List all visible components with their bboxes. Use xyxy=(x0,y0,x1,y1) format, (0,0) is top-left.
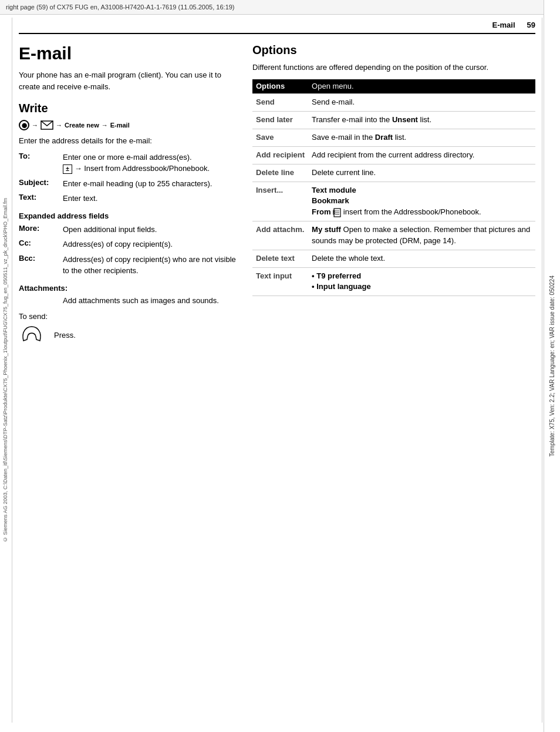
desc-delete-text: Delete the whole text. xyxy=(308,250,535,267)
term-desc-to: Enter one or more e-mail address(es). ± … xyxy=(63,152,236,174)
desc-add-attachm: My stuff Open to make a selection. Remem… xyxy=(308,221,535,250)
press-text: Press. xyxy=(54,331,76,340)
term-row-more: More: Open additional input fields. xyxy=(19,224,236,236)
term-row-bcc: Bcc: Address(es) of copy recipient(s) wh… xyxy=(19,254,236,277)
term-row-text: Text: Enter text. xyxy=(19,193,236,204)
table-row-send: Send Send e-mail. xyxy=(252,94,535,112)
page-header-num: 59 xyxy=(527,21,535,29)
envelope-icon xyxy=(41,120,53,130)
two-column-layout: E-mail Your phone has an e-mail program … xyxy=(19,43,535,345)
page-header: E-mail 59 xyxy=(19,15,535,34)
desc-add-recipient: Add recipient from the current address d… xyxy=(308,146,535,164)
to-send-section: To send: Press. xyxy=(19,312,236,345)
page-title: E-mail xyxy=(19,43,236,63)
main-term-list: To: Enter one or more e-mail address(es)… xyxy=(19,152,236,204)
term-row-to: To: Enter one or more e-mail address(es)… xyxy=(19,152,236,174)
attachments-desc: Add attachments such as images and sound… xyxy=(63,295,236,307)
term-insert: Insert... xyxy=(252,182,308,221)
left-sidebar: © Siemens AG 2003, C:\Daten_itl\Siemens\… xyxy=(0,18,11,723)
options-table-body: Options Open menu. Send Send e-mail. Sen… xyxy=(252,79,535,296)
term-row-subject: Subject: Enter e-mail heading (up to 255… xyxy=(19,178,236,190)
table-row-delete-text: Delete text Delete the whole text. xyxy=(252,250,535,267)
left-column: E-mail Your phone has an e-mail program … xyxy=(19,43,236,345)
table-row-add-attachm: Add attachm. My stuff Open to make a sel… xyxy=(252,221,535,250)
term-desc-more: Open additional input fields. xyxy=(63,224,236,236)
addressbook-icon: ± xyxy=(63,164,72,174)
table-row-send-later: Send later Transfer e-mail into the Unse… xyxy=(252,112,535,129)
header-bar: right page (59) of CX75 FUG en, A31008-H… xyxy=(0,0,560,15)
write-body-text: Enter the address details for the e-mail… xyxy=(19,135,236,147)
term-label-text: Text: xyxy=(19,193,63,202)
term-desc-subject: Enter e-mail heading (up to 255 characte… xyxy=(63,178,236,190)
from-label: From xyxy=(312,207,333,216)
term-add-recipient: Add recipient xyxy=(252,146,308,164)
page-header-title: E-mail xyxy=(492,21,515,29)
desc-delete-line: Delete current line. xyxy=(308,164,535,182)
term-desc-text: Enter text. xyxy=(63,193,236,204)
term-label-more: More: xyxy=(19,224,63,233)
left-sidebar-text: © Siemens AG 2003, C:\Daten_itl\Siemens\… xyxy=(2,198,8,542)
nav-email: E-mail xyxy=(110,122,130,129)
send-button-icon xyxy=(19,324,45,345)
header-text: right page (59) of CX75 FUG en, A31008-H… xyxy=(6,4,235,11)
table-row-delete-line: Delete line Delete current line. xyxy=(252,164,535,182)
send-row: Press. xyxy=(19,324,236,345)
options-heading: Options xyxy=(252,43,535,57)
term-row-cc: Cc: Address(es) of copy recipient(s). xyxy=(19,239,236,250)
term-desc-cc: Address(es) of copy recipient(s). xyxy=(63,239,236,250)
main-content: E-mail 59 E-mail Your phone has an e-mai… xyxy=(13,15,541,345)
right-border-line xyxy=(542,18,542,723)
right-sidebar-text: Template: X75, Ven: 2.2; VAR Language: e… xyxy=(549,276,555,456)
term-send-later: Send later xyxy=(252,112,308,129)
ab-insert-row: ± → Insert from Addressbook/Phonebook. xyxy=(63,164,210,173)
desc-text-input: T9 preferred Input language xyxy=(308,267,535,296)
table-row-insert: Insert... Text module Bookmark From xyxy=(252,182,535,221)
nav-arrow-2: → xyxy=(56,122,62,129)
term-delete-line: Delete line xyxy=(252,164,308,182)
to-send-label: To send: xyxy=(19,312,236,321)
options-desc: Different functions are offered dependin… xyxy=(252,62,535,73)
table-row-text-input: Text input T9 preferred Input language xyxy=(252,267,535,296)
expanded-term-list: More: Open additional input fields. Cc: … xyxy=(19,224,236,277)
addressbook-small-icon xyxy=(333,208,341,217)
write-heading: Write xyxy=(19,102,236,115)
nav-path: ⬤ → → Create new → E-mail xyxy=(19,120,236,130)
expanded-heading: Expanded address fields xyxy=(19,211,236,220)
intro-text: Your phone has an e-mail program (client… xyxy=(19,69,236,92)
insert-from-text: insert from the Addressbook/Phonebook. xyxy=(343,207,481,216)
nav-arrow-1: → xyxy=(32,122,38,129)
options-table: Options Open menu. Send Send e-mail. Sen… xyxy=(252,79,535,297)
insert-bookmark: Bookmark xyxy=(312,196,532,207)
desc-send-later: Transfer e-mail into the Unsent list. xyxy=(308,112,535,129)
term-delete-text: Delete text xyxy=(252,250,308,267)
right-sidebar: Template: X75, Ven: 2.2; VAR Language: e… xyxy=(544,0,560,732)
table-row-save: Save Save e-mail in the Draft list. xyxy=(252,129,535,147)
nav-circle-icon: ⬤ xyxy=(19,120,29,130)
term-label-bcc: Bcc: xyxy=(19,254,63,263)
insert-text-module: Text module xyxy=(312,185,532,196)
text-input-t9: T9 preferred xyxy=(312,271,532,282)
term-label-to: To: xyxy=(19,152,63,160)
table-row-add-recipient: Add recipient Add recipient from the cur… xyxy=(252,146,535,164)
term-label-subject: Subject: xyxy=(19,178,63,187)
desc-insert: Text module Bookmark From xyxy=(308,182,535,221)
nav-arrow-3: → xyxy=(102,122,108,129)
attachments-label: Attachments: xyxy=(19,284,236,293)
ab-box: ± xyxy=(63,164,72,174)
term-add-attachm: Add attachm. xyxy=(252,221,308,250)
options-col1-header: Options xyxy=(252,79,308,94)
term-send: Send xyxy=(252,94,308,112)
desc-send: Send e-mail. xyxy=(308,94,535,112)
term-label-cc: Cc: xyxy=(19,239,63,247)
text-input-language: Input language xyxy=(312,281,532,293)
desc-save: Save e-mail in the Draft list. xyxy=(308,129,535,147)
term-text-input: Text input xyxy=(252,267,308,296)
term-save: Save xyxy=(252,129,308,147)
term-desc-bcc: Address(es) of copy recipient(s) who are… xyxy=(63,254,236,277)
options-col2-header: Open menu. xyxy=(308,79,535,94)
nav-create-new: Create new xyxy=(65,122,99,129)
insert-from: From insert from xyxy=(312,207,532,218)
left-border-line xyxy=(12,18,12,723)
right-column: Options Different functions are offered … xyxy=(252,43,535,345)
options-table-header-row: Options Open menu. xyxy=(252,79,535,94)
